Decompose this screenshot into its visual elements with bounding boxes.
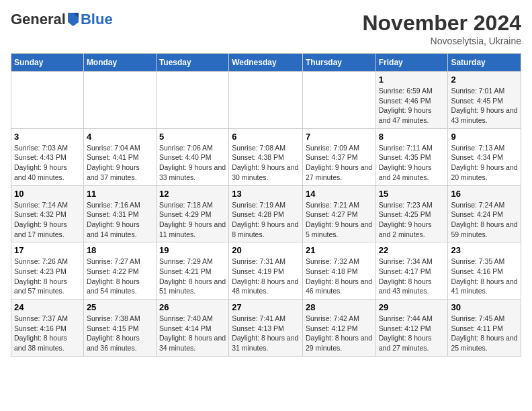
header-tuesday: Tuesday — [156, 54, 228, 72]
title-block: November 2024 Novoselytsia, Ukraine — [362, 11, 521, 46]
calendar-cell: 20Sunrise: 7:31 AM Sunset: 4:19 PM Dayli… — [229, 242, 303, 300]
day-number: 27 — [232, 302, 300, 312]
calendar-cell: 28Sunrise: 7:42 AM Sunset: 4:12 PM Dayli… — [302, 300, 375, 357]
calendar-cell: 27Sunrise: 7:41 AM Sunset: 4:13 PM Dayli… — [229, 300, 303, 357]
calendar-cell: 8Sunrise: 7:11 AM Sunset: 4:35 PM Daylig… — [375, 128, 448, 185]
day-info: Sunrise: 7:09 AM Sunset: 4:37 PM Dayligh… — [306, 143, 373, 183]
day-number: 6 — [232, 132, 300, 142]
day-number: 11 — [87, 189, 153, 199]
day-info: Sunrise: 7:31 AM Sunset: 4:19 PM Dayligh… — [232, 257, 300, 296]
day-number: 18 — [87, 245, 153, 255]
day-number: 5 — [159, 132, 226, 142]
day-info: Sunrise: 7:26 AM Sunset: 4:23 PM Dayligh… — [14, 257, 81, 296]
day-info: Sunrise: 7:13 AM Sunset: 4:34 PM Dayligh… — [451, 143, 518, 183]
calendar-cell: 6Sunrise: 7:08 AM Sunset: 4:38 PM Daylig… — [229, 128, 303, 185]
calendar-cell: 24Sunrise: 7:37 AM Sunset: 4:16 PM Dayli… — [11, 300, 84, 357]
calendar-cell: 17Sunrise: 7:26 AM Sunset: 4:23 PM Dayli… — [11, 242, 84, 300]
day-info: Sunrise: 7:41 AM Sunset: 4:13 PM Dayligh… — [232, 314, 300, 353]
day-number: 10 — [14, 189, 81, 199]
day-info: Sunrise: 7:32 AM Sunset: 4:18 PM Dayligh… — [306, 257, 373, 296]
day-info: Sunrise: 7:01 AM Sunset: 4:45 PM Dayligh… — [451, 86, 518, 126]
calendar-header-row: Sunday Monday Tuesday Wednesday Thursday… — [11, 54, 521, 72]
day-number: 19 — [159, 245, 226, 255]
calendar-cell — [302, 72, 375, 129]
calendar-cell: 25Sunrise: 7:38 AM Sunset: 4:15 PM Dayli… — [83, 300, 156, 357]
calendar-cell: 3Sunrise: 7:03 AM Sunset: 4:43 PM Daylig… — [11, 128, 84, 185]
calendar-cell: 26Sunrise: 7:40 AM Sunset: 4:14 PM Dayli… — [156, 300, 228, 357]
logo-general: General — [11, 11, 66, 28]
month-title: November 2024 — [362, 11, 521, 36]
day-number: 22 — [379, 245, 445, 255]
header-monday: Monday — [83, 54, 156, 72]
day-info: Sunrise: 7:14 AM Sunset: 4:32 PM Dayligh… — [14, 200, 81, 240]
calendar-cell: 2Sunrise: 7:01 AM Sunset: 4:45 PM Daylig… — [448, 72, 521, 129]
day-number: 23 — [451, 245, 518, 255]
calendar-week-row: 1Sunrise: 6:59 AM Sunset: 4:46 PM Daylig… — [11, 72, 521, 129]
day-info: Sunrise: 7:34 AM Sunset: 4:17 PM Dayligh… — [379, 257, 445, 296]
header-thursday: Thursday — [302, 54, 375, 72]
calendar-cell: 29Sunrise: 7:44 AM Sunset: 4:12 PM Dayli… — [375, 300, 448, 357]
calendar-week-row: 24Sunrise: 7:37 AM Sunset: 4:16 PM Dayli… — [11, 300, 521, 357]
calendar-table: Sunday Monday Tuesday Wednesday Thursday… — [11, 53, 521, 357]
calendar-week-row: 3Sunrise: 7:03 AM Sunset: 4:43 PM Daylig… — [11, 128, 521, 185]
calendar-cell: 9Sunrise: 7:13 AM Sunset: 4:34 PM Daylig… — [448, 128, 521, 185]
day-number: 21 — [306, 245, 373, 255]
day-info: Sunrise: 7:45 AM Sunset: 4:11 PM Dayligh… — [451, 314, 518, 353]
header-friday: Friday — [375, 54, 448, 72]
day-info: Sunrise: 7:04 AM Sunset: 4:41 PM Dayligh… — [87, 143, 153, 183]
day-number: 13 — [232, 189, 300, 199]
day-number: 7 — [306, 132, 373, 142]
day-number: 14 — [306, 189, 373, 199]
calendar-cell: 5Sunrise: 7:06 AM Sunset: 4:40 PM Daylig… — [156, 128, 228, 185]
day-number: 20 — [232, 245, 300, 255]
day-info: Sunrise: 7:08 AM Sunset: 4:38 PM Dayligh… — [232, 143, 300, 183]
calendar-cell — [83, 72, 156, 129]
day-number: 30 — [451, 302, 518, 312]
day-number: 3 — [14, 132, 81, 142]
day-info: Sunrise: 7:37 AM Sunset: 4:16 PM Dayligh… — [14, 314, 81, 353]
day-number: 29 — [379, 302, 445, 312]
calendar-cell: 1Sunrise: 6:59 AM Sunset: 4:46 PM Daylig… — [375, 72, 448, 129]
header-sunday: Sunday — [11, 54, 84, 72]
location: Novoselytsia, Ukraine — [362, 36, 521, 46]
day-number: 9 — [451, 132, 518, 142]
calendar-cell: 7Sunrise: 7:09 AM Sunset: 4:37 PM Daylig… — [302, 128, 375, 185]
day-number: 2 — [451, 75, 518, 85]
day-info: Sunrise: 7:44 AM Sunset: 4:12 PM Dayligh… — [379, 314, 445, 353]
day-info: Sunrise: 7:29 AM Sunset: 4:21 PM Dayligh… — [159, 257, 226, 296]
day-info: Sunrise: 6:59 AM Sunset: 4:46 PM Dayligh… — [379, 86, 445, 126]
day-number: 15 — [379, 189, 445, 199]
day-number: 8 — [379, 132, 445, 142]
calendar-cell: 30Sunrise: 7:45 AM Sunset: 4:11 PM Dayli… — [448, 300, 521, 357]
day-info: Sunrise: 7:23 AM Sunset: 4:25 PM Dayligh… — [379, 200, 445, 240]
day-info: Sunrise: 7:18 AM Sunset: 4:29 PM Dayligh… — [159, 200, 226, 240]
day-info: Sunrise: 7:24 AM Sunset: 4:24 PM Dayligh… — [451, 200, 518, 240]
calendar-cell — [229, 72, 303, 129]
calendar-cell: 4Sunrise: 7:04 AM Sunset: 4:41 PM Daylig… — [83, 128, 156, 185]
calendar-cell: 19Sunrise: 7:29 AM Sunset: 4:21 PM Dayli… — [156, 242, 228, 300]
calendar-cell: 13Sunrise: 7:19 AM Sunset: 4:28 PM Dayli… — [229, 185, 303, 242]
day-number: 1 — [379, 75, 445, 85]
calendar-cell: 23Sunrise: 7:35 AM Sunset: 4:16 PM Dayli… — [448, 242, 521, 300]
day-info: Sunrise: 7:42 AM Sunset: 4:12 PM Dayligh… — [306, 314, 373, 353]
day-info: Sunrise: 7:03 AM Sunset: 4:43 PM Dayligh… — [14, 143, 81, 183]
day-info: Sunrise: 7:19 AM Sunset: 4:28 PM Dayligh… — [232, 200, 300, 240]
day-info: Sunrise: 7:38 AM Sunset: 4:15 PM Dayligh… — [87, 314, 153, 353]
calendar-cell: 21Sunrise: 7:32 AM Sunset: 4:18 PM Dayli… — [302, 242, 375, 300]
day-number: 17 — [14, 245, 81, 255]
calendar-cell — [156, 72, 228, 129]
day-info: Sunrise: 7:27 AM Sunset: 4:22 PM Dayligh… — [87, 257, 153, 296]
day-number: 25 — [87, 302, 153, 312]
calendar-week-row: 17Sunrise: 7:26 AM Sunset: 4:23 PM Dayli… — [11, 242, 521, 300]
calendar-week-row: 10Sunrise: 7:14 AM Sunset: 4:32 PM Dayli… — [11, 185, 521, 242]
calendar-cell: 11Sunrise: 7:16 AM Sunset: 4:31 PM Dayli… — [83, 185, 156, 242]
calendar-cell: 14Sunrise: 7:21 AM Sunset: 4:27 PM Dayli… — [302, 185, 375, 242]
header-wednesday: Wednesday — [229, 54, 303, 72]
logo-blue: Blue — [81, 11, 113, 28]
day-info: Sunrise: 7:21 AM Sunset: 4:27 PM Dayligh… — [306, 200, 373, 240]
calendar-cell: 16Sunrise: 7:24 AM Sunset: 4:24 PM Dayli… — [448, 185, 521, 242]
day-info: Sunrise: 7:11 AM Sunset: 4:35 PM Dayligh… — [379, 143, 445, 183]
day-number: 4 — [87, 132, 153, 142]
header-saturday: Saturday — [448, 54, 521, 72]
calendar-cell: 18Sunrise: 7:27 AM Sunset: 4:22 PM Dayli… — [83, 242, 156, 300]
